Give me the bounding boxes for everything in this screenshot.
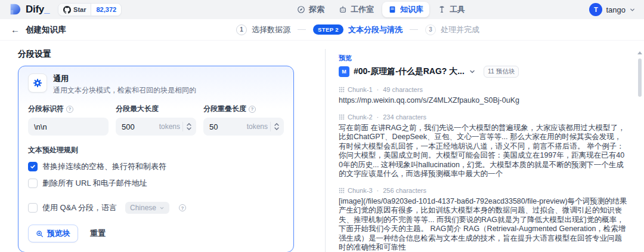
step-separator (410, 29, 418, 30)
step-3: 3 处理并完成 (425, 24, 479, 35)
dot-separator: · (377, 187, 379, 194)
nav-item-explore[interactable]: 探索 (291, 2, 330, 17)
help-icon[interactable]: ? (66, 106, 73, 113)
user-name: tango (606, 5, 626, 14)
tools-icon (438, 5, 446, 14)
overlap-input[interactable] (209, 122, 247, 131)
chunk-settings-panel: 分段设置 通用 (0, 41, 325, 252)
max-length-label: 分段最大长度 (116, 104, 159, 114)
main-nav: 探索 工作室 知识库 工具 (291, 0, 471, 19)
nav-label: 工具 (450, 4, 465, 15)
max-length-input[interactable] (122, 122, 159, 131)
chunk-text: https://mp.weixin.qq.com/s/Z4MLXZfpauko_… (339, 96, 628, 106)
step-indicator: 1 选择数据源 STEP 2 文本分段与清洗 3 处理并完成 (236, 24, 479, 35)
rule-remove-urls-label: 删除所有 URL 和电子邮件地址 (42, 178, 147, 189)
chunk-item-3: Chunk-3 · 256 characters [image](/files/… (339, 187, 628, 252)
step-2-badge: STEP 2 (313, 24, 343, 35)
chunk-preview-panel: 预览 M #00-原理篇-什么是RAG? 大... 11 预估块 Chunk-1… (325, 49, 644, 252)
help-icon[interactable]: ? (179, 204, 186, 211)
preview-scrollbar[interactable] (637, 49, 643, 252)
help-icon[interactable]: ? (249, 106, 256, 113)
chunk-name: Chunk-2 (348, 113, 373, 121)
chevron-down-icon (159, 205, 165, 211)
nav-item-knowledge[interactable]: 知识库 (382, 2, 429, 17)
zoom-in-icon (36, 230, 44, 238)
step-3-number: 3 (425, 24, 436, 35)
nav-label: 工作室 (351, 4, 374, 15)
delimiter-input[interactable] (34, 122, 106, 131)
chunk-name: Chunk-1 (348, 86, 373, 93)
star-label: Star (73, 6, 86, 13)
star-count: 82,372 (91, 4, 121, 16)
chevron-down-icon (629, 7, 636, 13)
chunk-char-count: 256 characters (383, 187, 426, 194)
rule-remove-urls-checkbox[interactable] (28, 179, 38, 188)
nav-label: 知识库 (400, 4, 423, 15)
chevron-down-icon (469, 68, 476, 75)
qa-language-value: Chinese (130, 204, 156, 212)
step-1: 1 选择数据源 (236, 24, 290, 35)
user-avatar[interactable]: T (589, 3, 602, 16)
step-3-label: 处理并完成 (441, 24, 479, 35)
qa-language-select[interactable]: Chinese (125, 202, 169, 214)
general-mode-desc: 通用文本分块模式，检索和召回的块是相同的 (53, 85, 196, 96)
nav-item-studio[interactable]: 工作室 (333, 2, 380, 17)
step-1-label: 选择数据源 (252, 24, 290, 35)
step-1-number: 1 (236, 24, 247, 35)
back-button[interactable]: ← 创建知识库 (0, 24, 66, 35)
max-length-stepper[interactable] (182, 122, 194, 131)
rule-replace-whitespace-label: 替换掉连续的空格、换行符和制表符 (42, 161, 166, 172)
stepper-down-icon (274, 127, 279, 130)
nav-item-tools[interactable]: 工具 (432, 2, 471, 17)
preview-chunks-button[interactable]: 预览块 (28, 225, 78, 242)
account-menu[interactable]: T tango (589, 3, 636, 16)
nav-label: 探索 (309, 4, 324, 15)
brand-suffix: _ (44, 4, 49, 15)
page-title: 创建知识库 (26, 24, 66, 35)
dot-separator: · (377, 113, 379, 121)
reset-button[interactable]: 重置 (90, 228, 106, 239)
studio-icon (339, 5, 347, 14)
chunk-item-2: Chunk-2 · 234 characters 写在前面 在讲RAG之前，我们… (339, 113, 628, 179)
scroll-up-arrow-icon[interactable] (637, 51, 642, 54)
github-icon (63, 6, 71, 14)
qa-segmentation-label: 使用 Q&A 分段，语言 (42, 202, 117, 213)
scrollbar-thumb[interactable] (638, 59, 642, 97)
step-2-current: STEP 2 文本分段与清洗 (313, 24, 402, 35)
chunk-grid-icon (339, 87, 345, 93)
document-selector[interactable]: M #00-原理篇-什么是RAG? 大... 11 预估块 (339, 66, 628, 78)
overlap-stepper[interactable] (270, 122, 281, 131)
preview-label: 预览 (339, 54, 628, 63)
chunk-text: [image](/files/0a9203ed-101d-4137-ba6d-7… (339, 197, 628, 252)
explore-icon (297, 5, 305, 14)
chunk-char-count: 49 characters (383, 86, 423, 93)
general-mode-card[interactable]: 通用 通用文本分块模式，检索和召回的块是相同的 分段标识符? 分段最大长度 to… (18, 66, 294, 252)
qa-segmentation-checkbox[interactable] (28, 203, 38, 213)
rule-replace-whitespace-checkbox[interactable] (28, 162, 38, 171)
step-2-label: 文本分段与清洗 (348, 24, 402, 35)
overlap-unit: tokens (247, 122, 268, 131)
dify-brand[interactable]: Dify_ (8, 3, 49, 16)
wizard-header: ← 创建知识库 1 选择数据源 STEP 2 文本分段与清洗 3 处理并完成 (0, 19, 644, 41)
chunk-list: Chunk-1 · 49 characters https://mp.weixi… (339, 86, 628, 252)
general-mode-icon-box (28, 73, 47, 93)
chunk-item-1: Chunk-1 · 49 characters https://mp.weixi… (339, 86, 628, 106)
top-navigation-bar: Dify_ Star 82,372 探索 工作室 知识库 工具 T tango (0, 0, 644, 19)
general-mode-title: 通用 (53, 73, 196, 84)
dify-logo-icon (8, 3, 21, 16)
dot-separator: · (377, 86, 379, 93)
chunk-name: Chunk-3 (348, 187, 373, 194)
github-star-widget[interactable]: Star 82,372 (58, 3, 122, 16)
preview-chunks-label: 预览块 (47, 228, 70, 239)
chunk-char-count: 234 characters (383, 113, 426, 121)
document-title: #00-原理篇-什么是RAG? 大... (354, 66, 465, 77)
chunk-grid-icon (339, 114, 345, 120)
brand-name: Dify (26, 4, 44, 15)
chunk-text: 写在前面 在讲RAG之前，我们先说一个大模型的普遍现象，大家应该都用过大模型了，… (339, 124, 628, 179)
estimated-chunks-badge: 11 预估块 (484, 66, 519, 78)
knowledge-icon (388, 5, 397, 14)
max-length-unit: tokens (159, 122, 180, 131)
stepper-down-icon (187, 127, 191, 130)
markdown-file-icon: M (339, 66, 349, 77)
gear-icon (32, 78, 43, 88)
